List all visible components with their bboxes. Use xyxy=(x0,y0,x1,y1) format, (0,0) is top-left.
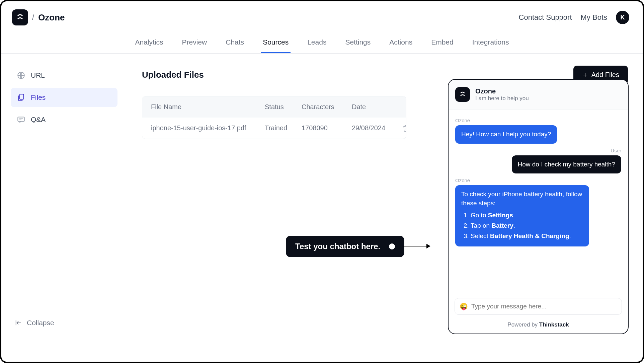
chat-bot-name: Ozone xyxy=(475,87,529,95)
breadcrumb-sep: / xyxy=(32,13,34,22)
brand-logo[interactable] xyxy=(12,9,28,25)
sidebar-item-label: URL xyxy=(31,71,45,79)
message-sender: Ozone xyxy=(455,177,621,183)
tab-embed[interactable]: Embed xyxy=(429,32,456,53)
avatar-initial: K xyxy=(621,14,625,21)
callout-dot-icon xyxy=(389,243,395,249)
trash-icon xyxy=(402,125,406,132)
col-file-name: File Name xyxy=(151,103,265,111)
my-bots-link[interactable]: My Bots xyxy=(581,13,607,22)
message-sender: User xyxy=(455,148,621,153)
powered-by: Powered by Thinkstack xyxy=(449,318,628,334)
plus-icon xyxy=(582,72,588,78)
table-header: File Name Status Characters Date xyxy=(142,96,406,118)
brand-logo-icon xyxy=(15,13,25,22)
message-sender: Ozone xyxy=(455,118,621,123)
chat-message-input[interactable] xyxy=(471,303,617,310)
tab-analytics[interactable]: Analytics xyxy=(133,32,165,53)
page-title: Uploaded Files xyxy=(142,70,204,80)
chat-bot-subtitle: I am here to help you xyxy=(475,95,529,102)
cell-status: Trained xyxy=(265,124,302,132)
contact-support-link[interactable]: Contact Support xyxy=(519,13,572,22)
tab-actions[interactable]: Actions xyxy=(387,32,414,53)
list-item: Go to Settings. xyxy=(471,211,583,220)
chat-logo xyxy=(455,87,470,102)
col-status: Status xyxy=(265,103,302,111)
files-table: File Name Status Characters Date iphone-… xyxy=(142,96,406,139)
col-characters: Characters xyxy=(302,103,352,111)
chat-input-container[interactable]: 😜 xyxy=(455,298,622,315)
list-item: Select Battery Health & Charging. xyxy=(471,232,583,241)
avatar[interactable]: K xyxy=(616,11,629,24)
tab-preview[interactable]: Preview xyxy=(180,32,209,53)
chatbot-preview-panel: Ozone I am here to help you Ozone Hey! H… xyxy=(448,79,629,334)
svg-rect-2 xyxy=(18,117,24,121)
sidebar-item-files[interactable]: Files xyxy=(11,88,117,107)
files-icon xyxy=(17,93,25,102)
emoji-icon[interactable]: 😜 xyxy=(460,302,468,310)
breadcrumb: / Ozone xyxy=(12,9,65,25)
sidebar-item-url[interactable]: URL xyxy=(11,66,117,85)
svg-rect-1 xyxy=(20,94,24,99)
col-date: Date xyxy=(352,103,402,111)
chat-icon xyxy=(17,115,25,124)
callout-arrow-icon xyxy=(403,246,430,246)
collapse-icon xyxy=(15,319,22,326)
collapse-label: Collapse xyxy=(27,319,54,327)
app-frame: / Ozone Contact Support My Bots K Analyt… xyxy=(0,0,644,363)
topbar: / Ozone Contact Support My Bots K xyxy=(1,1,643,29)
sidebar-item-label: Files xyxy=(31,93,46,101)
tab-integrations[interactable]: Integrations xyxy=(470,32,511,53)
tab-chats[interactable]: Chats xyxy=(224,32,246,53)
add-files-label: Add Files xyxy=(591,71,619,79)
cell-file-name: iphone-15-user-guide-ios-17.pdf xyxy=(151,124,265,132)
user-message: How do I check my battery health? xyxy=(512,155,621,174)
chat-body: Ozone Hey! How can I help you today? Use… xyxy=(449,110,628,295)
list-item: Tap on Battery. xyxy=(471,221,583,230)
delete-row-button[interactable] xyxy=(402,125,406,132)
sidebar-item-qa[interactable]: Q&A xyxy=(11,110,117,129)
cell-characters: 1708090 xyxy=(302,124,352,132)
tab-leads[interactable]: Leads xyxy=(305,32,328,53)
tutorial-callout: Test you chatbot here. xyxy=(286,236,404,257)
bot-message: To check your iPhone battery health, fol… xyxy=(455,185,589,246)
chat-header: Ozone I am here to help you xyxy=(449,80,628,110)
collapse-button[interactable]: Collapse xyxy=(15,319,54,327)
bot-message-steps: Go to Settings. Tap on Battery. Select B… xyxy=(461,211,583,240)
tab-settings[interactable]: Settings xyxy=(343,32,373,53)
tab-sources[interactable]: Sources xyxy=(261,32,291,53)
cell-date: 29/08/2024 xyxy=(352,124,402,132)
chat-logo-icon xyxy=(459,90,467,98)
sidebar: URL Files Q&A Collapse xyxy=(1,54,127,336)
bot-message-intro: To check your iPhone battery health, fol… xyxy=(461,190,583,208)
table-row: iphone-15-user-guide-ios-17.pdf Trained … xyxy=(142,118,406,139)
header-actions: Contact Support My Bots K xyxy=(519,11,629,24)
globe-icon xyxy=(17,71,25,80)
callout-text: Test you chatbot here. xyxy=(295,242,380,251)
powered-brand[interactable]: Thinkstack xyxy=(539,321,569,328)
breadcrumb-title[interactable]: Ozone xyxy=(38,12,65,23)
nav-tabs: Analytics Preview Chats Sources Leads Se… xyxy=(1,29,643,54)
sidebar-item-label: Q&A xyxy=(31,116,46,124)
bot-message: Hey! How can I help you today? xyxy=(455,125,557,144)
